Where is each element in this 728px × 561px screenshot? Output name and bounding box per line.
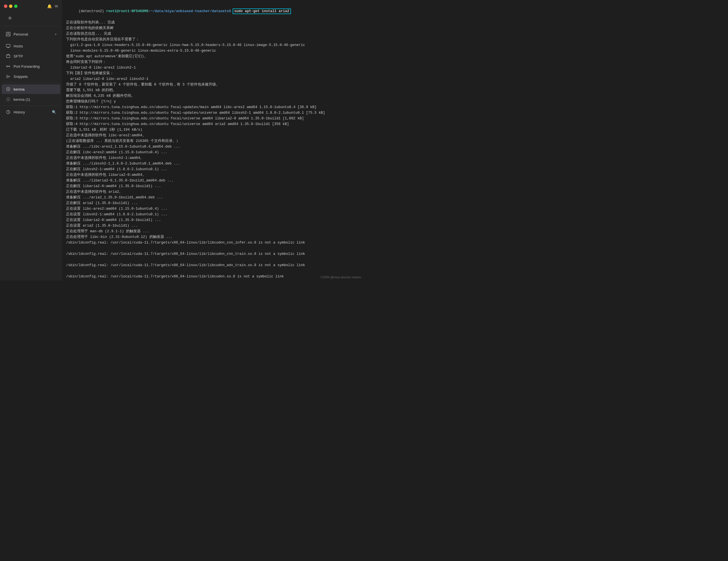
terminal-line-24: 正在解压 libc-ares2:amd64 (1.15.0-1ubuntu0.4… xyxy=(66,149,360,155)
svg-rect-2 xyxy=(6,44,10,47)
terminal-line-3: 正在读取状态信息... 完成 xyxy=(66,31,360,37)
personal-item[interactable]: Personal ▾ xyxy=(2,29,60,39)
history-label: History xyxy=(14,110,49,114)
port-forwarding-item[interactable]: Port Forwarding xyxy=(2,61,60,71)
terminal-line-11: aria2 libaria2-0 libc-ares2 libssh2-1 xyxy=(66,76,360,82)
terminal-line-23: 准备解压 .../libc-ares2_1.15.0-1ubuntu0.4_am… xyxy=(66,144,360,149)
sidebar-topbar: 🔔 ✉ xyxy=(0,0,62,12)
terminal-line-37: 正在设置 aria2 (1.35.0-1build1) ... xyxy=(66,223,360,228)
terminal-line-15: 您希望继续执行吗？ [Y/n] y xyxy=(66,99,360,104)
divider-2 xyxy=(3,83,59,83)
history-item[interactable]: History 🔍 xyxy=(2,107,60,117)
compose-button[interactable]: ✉ xyxy=(55,4,58,8)
prompt-path: ~/data/miya/unbiased-teacher/datasetsS xyxy=(151,9,231,13)
terminal-line-21: 正在选中未选择的软件包 libc-ares2:amd64。 xyxy=(66,133,360,138)
kenma-icon xyxy=(6,87,11,92)
terminal-line-38: 正在处理用于 man-db (2.9.1-1) 的触发器 ... xyxy=(66,228,360,234)
kenma1-item[interactable]: kenma (1) xyxy=(2,94,60,104)
terminal-main: (detectron2) root1@root1-NF5468M6:~/data… xyxy=(62,0,364,280)
terminal-line-33: 正在解压 aria2 (1.35.0-1build1) ... xyxy=(66,200,360,206)
terminal-line-12: 升级了 0 个软件包，新安装了 4 个软件包，要卸载 0 个软件包，有 3 个软… xyxy=(66,82,360,87)
terminal-line-18: 获取:3 http://mirrors.tuna.tsinghua.edu.cn… xyxy=(66,116,360,121)
port-forwarding-label: Port Forwarding xyxy=(14,64,56,69)
terminal-line-36: 正在设置 libaria2-0:amd64 (1.35.0-1build1) .… xyxy=(66,217,360,223)
terminal-line-27: 正在解压 libssh2-1:amd64 (1.8.0-2.1ubuntu0.1… xyxy=(66,166,360,172)
terminal-line-22: (正在读取数据库 ... 系统当前共安装有 216305 个文件和目录。） xyxy=(66,138,360,144)
prompt-sep: : xyxy=(149,9,151,13)
terminal-line-31: 正在选中未选择的软件包 aria2。 xyxy=(66,189,360,195)
terminal-line-9: libaria2-0 libc-ares2 libssh2-1 xyxy=(66,65,360,71)
terminal-line-34: 正在设置 libc-ares2:amd64 (1.15.0-1ubuntu0.4… xyxy=(66,206,360,212)
hosts-label: Hosts xyxy=(14,44,56,48)
svg-point-6 xyxy=(9,66,10,67)
snippets-icon xyxy=(6,74,11,79)
terminal-line-14: 解压缩后会消耗 6,235 kB 的额外空间。 xyxy=(66,93,360,99)
sidebar: 🔔 ✉ ⚙ Personal ▾ xyxy=(0,0,62,280)
terminal-line-17: 获取:2 http://mirrors.tuna.tsinghua.edu.cn… xyxy=(66,110,360,116)
terminal-line-35: 正在设置 libssh2-1:amd64 (1.8.0-2.1ubuntu0.1… xyxy=(66,212,360,217)
terminal-line-47 xyxy=(66,279,360,280)
terminal-line-26: 准备解压 .../libssh2-1_1.8.0-2.1ubuntu0.1_am… xyxy=(66,161,360,166)
terminal-line-32: 准备解压 .../aria2_1.35.0-1build1_amd64.deb … xyxy=(66,195,360,200)
prompt-user: root1@root1-NF5468M6 xyxy=(106,9,149,13)
terminal-line-28: 正在选中未选择的软件包 libaria2-0:amd64。 xyxy=(66,172,360,178)
terminal-line-25: 正在选中未选择的软件包 libssh2-1:amd64。 xyxy=(66,155,360,161)
terminal-line-45 xyxy=(66,268,360,274)
terminal-line-20: 已下载 1,551 kB，耗时 1秒 (1,194 kB/s) xyxy=(66,127,360,133)
maximize-button[interactable] xyxy=(14,5,17,8)
terminal-line-30: 正在解压 libaria2-0:amd64 (1.35.0-1build1) .… xyxy=(66,183,360,189)
sftp-item[interactable]: SFTP xyxy=(2,51,60,61)
history-icon xyxy=(6,109,11,115)
svg-point-5 xyxy=(6,66,8,67)
kenma1-icon xyxy=(6,97,11,102)
svg-point-9 xyxy=(8,89,9,90)
traffic-lights xyxy=(4,5,17,8)
settings-item[interactable]: ⚙ xyxy=(3,13,59,23)
kenma1-label: kenma (1) xyxy=(14,97,56,102)
terminal-line-39: 正在处理用于 libc-bin (2.31-0ubuntu9.12) 的触发器 … xyxy=(66,234,360,240)
terminal-line-7: 使用'sudo apt autoremove'来卸载它(它们)。 xyxy=(66,54,360,59)
snippets-item[interactable]: Snippets xyxy=(2,72,60,81)
terminal-line-44: /sbin/ldconfig.real: /usr/local/cuda-11.… xyxy=(66,262,360,268)
personal-icon xyxy=(6,32,11,37)
personal-label: Personal xyxy=(14,32,52,36)
notification-button[interactable]: 🔔 xyxy=(47,4,52,8)
terminal-line-16: 获取:1 http://mirrors.tuna.tsinghua.edu.cn… xyxy=(66,104,360,110)
settings-icon: ⚙ xyxy=(7,16,12,21)
sidebar-header-icons: 🔔 ✉ xyxy=(47,4,58,8)
terminal-line-8: 将会同时安装下列软件： xyxy=(66,59,360,65)
close-button[interactable] xyxy=(4,5,7,8)
kenma-label: kenma xyxy=(14,87,56,91)
minimize-button[interactable] xyxy=(9,5,12,8)
terminal-line-6: linux-modules-5.15.0-46-generic linux-mo… xyxy=(66,48,360,54)
command-box: sudo apt-get install aria2 xyxy=(233,9,290,14)
personal-section: Personal ▾ xyxy=(0,27,62,41)
personal-chevron: ▾ xyxy=(55,33,56,36)
terminal-line-43 xyxy=(66,257,360,262)
history-search-button[interactable]: 🔍 xyxy=(52,110,56,114)
terminal-line-5: gir1.2-goa-1.0 linux-headers-5.15.0-46-g… xyxy=(66,42,360,48)
sftp-icon xyxy=(6,54,11,59)
terminal-line-40: /sbin/ldconfig.real: /usr/local/cuda-11.… xyxy=(66,240,360,245)
hosts-icon xyxy=(6,43,11,49)
port-forwarding-icon xyxy=(6,64,11,69)
prompt-env: (detectron2) xyxy=(79,9,106,13)
kenma-item[interactable]: kenma xyxy=(2,84,60,94)
divider-3 xyxy=(3,105,59,106)
watermark: CSDN @miya atsumu osamu xyxy=(321,275,361,279)
terminal-line-4: 下列软件包是自动安装的并且现在不需要了： xyxy=(66,37,360,42)
terminal-line-46: /sbin/ldconfig.real: /usr/local/cuda-11.… xyxy=(66,274,360,279)
svg-point-11 xyxy=(8,99,9,100)
terminal-line-29: 准备解压 .../libaria2-0_1.35.0-1build1_amd64… xyxy=(66,178,360,183)
terminal-line-10: 下列【新】软件包将被安装： xyxy=(66,71,360,76)
hosts-item[interactable]: Hosts xyxy=(2,41,60,51)
terminal-output[interactable]: (detectron2) root1@root1-NF5468M6:~/data… xyxy=(62,0,364,280)
terminal-line-41 xyxy=(66,245,360,251)
prompt-dollar xyxy=(231,9,233,13)
sftp-label: SFTP xyxy=(14,54,56,58)
terminal-line-42: /sbin/ldconfig.real: /usr/local/cuda-11.… xyxy=(66,251,360,257)
divider-1 xyxy=(3,26,59,26)
terminal-prompt-line: (detectron2) root1@root1-NF5468M6:~/data… xyxy=(66,3,360,20)
terminal-line-1: 正在读取软件包列表... 完成 xyxy=(66,20,360,25)
terminal-line-13: 需要下载 1,551 kB 的归档。 xyxy=(66,87,360,93)
